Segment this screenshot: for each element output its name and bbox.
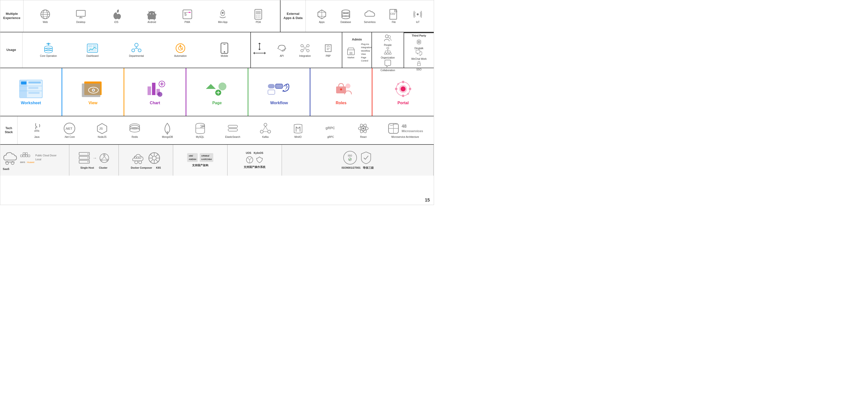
svg-point-158	[88, 153, 89, 155]
view-label: View	[89, 101, 97, 105]
usage-automation: Automation	[172, 43, 189, 57]
docker-composer-label: Docker Composer	[131, 167, 152, 169]
k8s-label: K8S	[156, 167, 161, 169]
tech-nodejs: JS NodeJS	[93, 122, 111, 138]
svg-rect-172	[135, 157, 136, 159]
svg-point-136	[268, 130, 271, 133]
platform-pda: PDA	[250, 9, 267, 24]
svg-rect-96	[152, 83, 155, 95]
feature-view[interactable]: View	[62, 68, 124, 116]
svg-marker-102	[206, 84, 216, 89]
svg-line-137	[263, 126, 266, 130]
svg-text:aws: aws	[20, 161, 25, 164]
api-item: API	[273, 43, 290, 57]
svg-point-135	[260, 130, 263, 133]
tech-microservice: 48 Microservices Microservice Architectu…	[387, 122, 423, 138]
svg-text:5: 5	[184, 12, 187, 16]
usage-core-operation: Core Operation	[40, 43, 57, 57]
multiple-experience-label: Multiple Experience	[0, 0, 24, 32]
svg-point-59	[307, 44, 309, 47]
page-label: Page	[212, 101, 222, 105]
plugin-list: Plug-insIntegrationWorkflowViewPageContr…	[361, 43, 372, 63]
roles-label: Roles	[336, 101, 346, 105]
worksheet-label: Worksheet	[21, 101, 41, 105]
svg-point-16	[222, 12, 224, 14]
svg-rect-86	[21, 81, 26, 84]
svg-point-170	[135, 161, 138, 164]
svg-rect-149	[21, 155, 23, 157]
svg-line-55	[277, 48, 282, 50]
svg-rect-70	[387, 47, 389, 49]
svg-line-138	[266, 126, 268, 130]
svg-rect-21	[259, 15, 260, 16]
svg-rect-108	[276, 84, 282, 89]
svg-line-64	[303, 49, 304, 50]
svg-marker-110	[282, 90, 285, 91]
platform-pwa: 5 PWA	[179, 9, 196, 24]
svg-rect-20	[257, 15, 259, 16]
platform-desktop: Desktop	[72, 9, 90, 24]
svg-point-144	[362, 128, 364, 129]
svg-text:gRPC: gRPC	[326, 126, 335, 130]
svg-marker-50	[258, 43, 261, 44]
portal-label: Portal	[397, 101, 408, 105]
feature-chart[interactable]: Chart	[124, 68, 186, 116]
tech-kafka: Kafka	[257, 122, 274, 138]
tech-elasticsearch: ElasticSearch	[224, 122, 242, 138]
svg-line-65	[306, 49, 307, 50]
svg-line-182	[156, 160, 158, 162]
svg-rect-151	[26, 155, 27, 157]
svg-rect-8	[148, 15, 156, 19]
svg-point-118	[395, 88, 397, 90]
feature-portal[interactable]: Portal	[372, 68, 434, 116]
svg-rect-72	[387, 53, 389, 54]
svg-point-9	[150, 13, 151, 14]
tech-react: React	[355, 122, 372, 138]
svg-rect-150	[23, 155, 25, 157]
feature-page[interactable]: Page	[186, 68, 248, 116]
svg-point-103	[218, 82, 226, 91]
svg-rect-19	[256, 15, 257, 16]
ext-file: CSV File	[385, 9, 402, 24]
single-host-label: Single Host	[80, 167, 94, 169]
svg-text:Huawei: Huawei	[27, 161, 34, 164]
tech-minio: MiniIO	[289, 122, 307, 138]
svg-marker-54	[265, 52, 266, 54]
svg-rect-153	[26, 152, 27, 155]
svg-line-12	[156, 14, 156, 16]
third-party-dingtalk: Dingtalk	[410, 38, 428, 49]
svg-line-181	[150, 154, 153, 157]
svg-point-61	[307, 49, 309, 52]
platform-android: Android	[143, 9, 160, 24]
usage-dashboard: Dashboard	[84, 43, 101, 57]
feature-roles[interactable]: Roles	[310, 68, 372, 116]
svg-point-134	[264, 123, 267, 126]
svg-rect-22	[256, 17, 257, 18]
svg-point-123	[407, 93, 409, 95]
ext-iot: IoT	[409, 9, 426, 24]
svg-point-10	[153, 13, 154, 14]
tech-netcore: .NET .Net Core	[61, 122, 78, 138]
svg-rect-133	[228, 129, 238, 131]
feature-workflow[interactable]: Workflow	[248, 68, 310, 116]
svg-point-48	[224, 52, 225, 53]
svg-point-166	[106, 159, 108, 161]
svg-point-41	[132, 49, 135, 52]
svg-rect-81	[417, 63, 421, 66]
tech-stack-label: TechStack	[0, 116, 18, 144]
workflow-label: Workflow	[270, 101, 288, 105]
svg-rect-89	[28, 92, 39, 94]
external-apps-label: External Apps & Data	[281, 0, 306, 32]
svg-point-26	[342, 10, 350, 13]
svg-point-120	[402, 81, 404, 83]
tech-java: Java	[28, 122, 45, 138]
svg-rect-24	[259, 17, 260, 18]
platform-miniapp: Mini App	[214, 9, 231, 24]
svg-rect-91	[82, 83, 100, 97]
svg-rect-73	[389, 53, 391, 54]
tech-redis: Redis	[126, 122, 143, 138]
feature-worksheet[interactable]: Worksheet	[0, 68, 62, 116]
svg-rect-5	[76, 10, 85, 16]
svg-point-122	[397, 83, 399, 85]
svg-point-80	[418, 41, 420, 43]
